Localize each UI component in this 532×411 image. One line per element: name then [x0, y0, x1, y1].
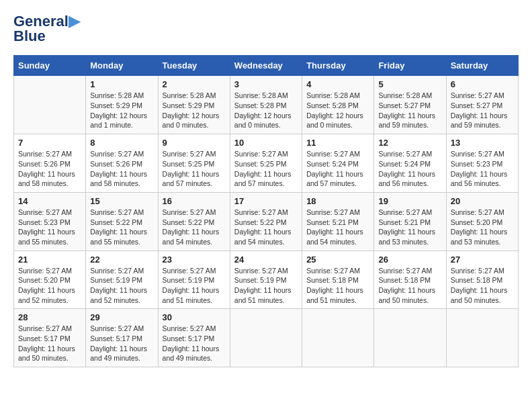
day-number: 19 [378, 196, 441, 206]
calendar-table: SundayMondayTuesdayWednesdayThursdayFrid… [13, 55, 519, 367]
day-info: Sunrise: 5:27 AM Sunset: 5:25 PM Dayligh… [234, 149, 298, 189]
day-info: Sunrise: 5:27 AM Sunset: 5:25 PM Dayligh… [163, 149, 226, 189]
header-cell-wednesday: Wednesday [230, 56, 302, 76]
day-cell: 15Sunrise: 5:27 AM Sunset: 5:22 PM Dayli… [86, 192, 158, 250]
day-cell [302, 309, 374, 367]
day-number: 22 [90, 255, 153, 265]
week-row-5: 28Sunrise: 5:27 AM Sunset: 5:17 PM Dayli… [14, 309, 519, 367]
day-cell: 9Sunrise: 5:27 AM Sunset: 5:25 PM Daylig… [158, 134, 230, 193]
day-cell: 12Sunrise: 5:27 AM Sunset: 5:24 PM Dayli… [374, 134, 446, 193]
day-number: 4 [306, 79, 369, 89]
day-info: Sunrise: 5:27 AM Sunset: 5:23 PM Dayligh… [451, 149, 514, 189]
day-cell: 30Sunrise: 5:27 AM Sunset: 5:17 PM Dayli… [158, 309, 230, 367]
day-cell: 7Sunrise: 5:27 AM Sunset: 5:26 PM Daylig… [14, 134, 86, 193]
day-cell: 21Sunrise: 5:27 AM Sunset: 5:20 PM Dayli… [14, 250, 86, 309]
day-cell: 28Sunrise: 5:27 AM Sunset: 5:17 PM Dayli… [14, 309, 86, 367]
week-row-2: 7Sunrise: 5:27 AM Sunset: 5:26 PM Daylig… [14, 134, 519, 193]
day-info: Sunrise: 5:28 AM Sunset: 5:27 PM Dayligh… [378, 91, 441, 130]
header-cell-thursday: Thursday [302, 56, 374, 76]
day-cell: 26Sunrise: 5:27 AM Sunset: 5:18 PM Dayli… [374, 250, 446, 309]
day-cell: 17Sunrise: 5:27 AM Sunset: 5:22 PM Dayli… [230, 192, 302, 250]
day-info: Sunrise: 5:27 AM Sunset: 5:17 PM Dayligh… [90, 324, 153, 363]
day-info: Sunrise: 5:28 AM Sunset: 5:28 PM Dayligh… [234, 91, 298, 130]
page-header: General▶ Blue [13, 13, 519, 44]
day-number: 11 [306, 138, 369, 148]
header-cell-monday: Monday [86, 56, 158, 76]
day-cell: 6Sunrise: 5:27 AM Sunset: 5:27 PM Daylig… [446, 76, 518, 134]
day-number: 6 [451, 79, 514, 89]
day-cell: 23Sunrise: 5:27 AM Sunset: 5:19 PM Dayli… [158, 250, 230, 309]
day-info: Sunrise: 5:27 AM Sunset: 5:24 PM Dayligh… [378, 149, 441, 189]
day-cell: 1Sunrise: 5:28 AM Sunset: 5:29 PM Daylig… [86, 76, 158, 134]
day-cell [374, 309, 446, 367]
day-info: Sunrise: 5:27 AM Sunset: 5:21 PM Dayligh… [306, 208, 369, 247]
day-number: 25 [306, 255, 369, 265]
day-info: Sunrise: 5:27 AM Sunset: 5:26 PM Dayligh… [90, 149, 153, 189]
day-number: 15 [90, 196, 153, 206]
header-cell-saturday: Saturday [446, 56, 518, 76]
day-info: Sunrise: 5:27 AM Sunset: 5:18 PM Dayligh… [306, 266, 369, 306]
day-number: 2 [163, 79, 226, 89]
day-cell [14, 76, 86, 134]
day-info: Sunrise: 5:27 AM Sunset: 5:18 PM Dayligh… [451, 266, 514, 306]
day-info: Sunrise: 5:27 AM Sunset: 5:17 PM Dayligh… [163, 324, 226, 363]
day-info: Sunrise: 5:28 AM Sunset: 5:29 PM Dayligh… [163, 91, 226, 130]
day-number: 16 [163, 196, 226, 206]
calendar-body: 1Sunrise: 5:28 AM Sunset: 5:29 PM Daylig… [14, 76, 519, 367]
day-number: 29 [90, 312, 153, 322]
day-number: 3 [234, 79, 298, 89]
day-number: 1 [90, 79, 153, 89]
day-info: Sunrise: 5:27 AM Sunset: 5:20 PM Dayligh… [451, 208, 514, 247]
day-info: Sunrise: 5:28 AM Sunset: 5:29 PM Dayligh… [90, 91, 153, 130]
day-info: Sunrise: 5:27 AM Sunset: 5:19 PM Dayligh… [163, 266, 226, 306]
day-info: Sunrise: 5:27 AM Sunset: 5:24 PM Dayligh… [306, 149, 369, 189]
day-cell: 22Sunrise: 5:27 AM Sunset: 5:19 PM Dayli… [86, 250, 158, 309]
day-number: 12 [378, 138, 441, 148]
day-cell: 8Sunrise: 5:27 AM Sunset: 5:26 PM Daylig… [86, 134, 158, 193]
week-row-4: 21Sunrise: 5:27 AM Sunset: 5:20 PM Dayli… [14, 250, 519, 309]
day-number: 30 [163, 312, 226, 322]
day-info: Sunrise: 5:27 AM Sunset: 5:27 PM Dayligh… [451, 91, 514, 130]
day-cell [446, 309, 518, 367]
day-info: Sunrise: 5:27 AM Sunset: 5:22 PM Dayligh… [234, 208, 298, 247]
header-cell-sunday: Sunday [14, 56, 86, 76]
header-row: SundayMondayTuesdayWednesdayThursdayFrid… [14, 56, 519, 76]
header-cell-tuesday: Tuesday [158, 56, 230, 76]
day-cell: 5Sunrise: 5:28 AM Sunset: 5:27 PM Daylig… [374, 76, 446, 134]
day-info: Sunrise: 5:27 AM Sunset: 5:22 PM Dayligh… [90, 208, 153, 247]
day-cell: 10Sunrise: 5:27 AM Sunset: 5:25 PM Dayli… [230, 134, 302, 193]
day-cell: 24Sunrise: 5:27 AM Sunset: 5:19 PM Dayli… [230, 250, 302, 309]
day-cell: 25Sunrise: 5:27 AM Sunset: 5:18 PM Dayli… [302, 250, 374, 309]
day-info: Sunrise: 5:27 AM Sunset: 5:23 PM Dayligh… [18, 208, 81, 247]
day-number: 23 [163, 255, 226, 265]
day-number: 18 [306, 196, 369, 206]
logo: General▶ Blue [13, 13, 80, 44]
day-number: 21 [18, 255, 81, 265]
day-cell: 11Sunrise: 5:27 AM Sunset: 5:24 PM Dayli… [302, 134, 374, 193]
day-info: Sunrise: 5:27 AM Sunset: 5:19 PM Dayligh… [90, 266, 153, 306]
day-cell: 4Sunrise: 5:28 AM Sunset: 5:28 PM Daylig… [302, 76, 374, 134]
day-info: Sunrise: 5:27 AM Sunset: 5:19 PM Dayligh… [234, 266, 298, 306]
day-cell: 27Sunrise: 5:27 AM Sunset: 5:18 PM Dayli… [446, 250, 518, 309]
week-row-3: 14Sunrise: 5:27 AM Sunset: 5:23 PM Dayli… [14, 192, 519, 250]
day-cell [230, 309, 302, 367]
day-number: 26 [378, 255, 441, 265]
week-row-1: 1Sunrise: 5:28 AM Sunset: 5:29 PM Daylig… [14, 76, 519, 134]
day-number: 24 [234, 255, 298, 265]
day-number: 27 [451, 255, 514, 265]
day-number: 10 [234, 138, 298, 148]
day-cell: 20Sunrise: 5:27 AM Sunset: 5:20 PM Dayli… [446, 192, 518, 250]
day-number: 20 [451, 196, 514, 206]
day-cell: 3Sunrise: 5:28 AM Sunset: 5:28 PM Daylig… [230, 76, 302, 134]
day-cell: 18Sunrise: 5:27 AM Sunset: 5:21 PM Dayli… [302, 192, 374, 250]
day-number: 9 [163, 138, 226, 148]
day-info: Sunrise: 5:27 AM Sunset: 5:17 PM Dayligh… [18, 324, 81, 363]
day-number: 17 [234, 196, 298, 206]
day-number: 28 [18, 312, 81, 322]
day-number: 14 [18, 196, 81, 206]
day-number: 13 [451, 138, 514, 148]
day-info: Sunrise: 5:27 AM Sunset: 5:22 PM Dayligh… [163, 208, 226, 247]
day-cell: 29Sunrise: 5:27 AM Sunset: 5:17 PM Dayli… [86, 309, 158, 367]
day-cell: 19Sunrise: 5:27 AM Sunset: 5:21 PM Dayli… [374, 192, 446, 250]
day-number: 5 [378, 79, 441, 89]
